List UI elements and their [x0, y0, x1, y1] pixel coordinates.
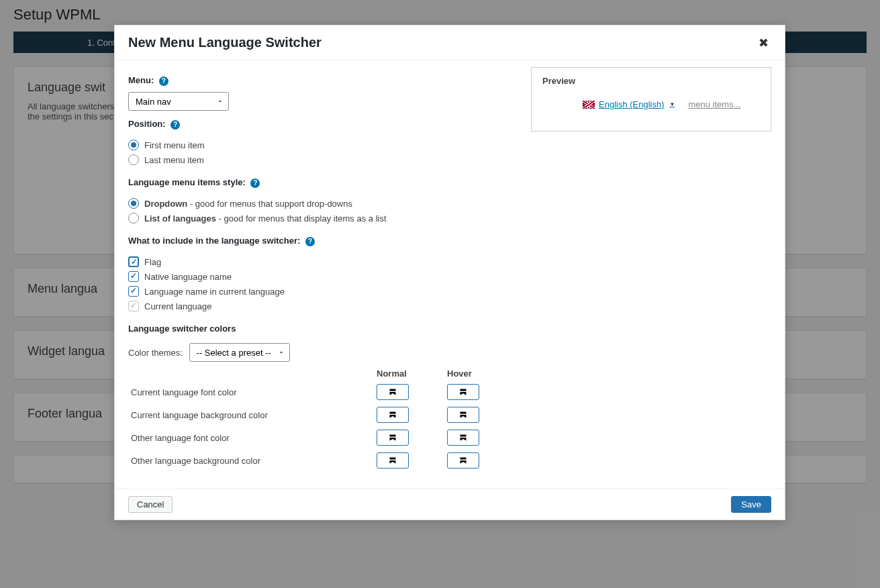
color-table-header: Normal Hover	[128, 369, 518, 379]
color-table: Normal Hover Current language font color…	[128, 369, 518, 469]
check-label: Native language name	[144, 272, 232, 282]
radio-last-menu-item[interactable]	[128, 154, 139, 165]
check-row-flag[interactable]: Flag	[128, 256, 518, 267]
check-label: Flag	[144, 257, 161, 267]
color-row: Other language background color	[128, 452, 518, 469]
check-row-current-lang-name[interactable]: Language name in current language	[128, 286, 518, 297]
color-swatch-icon	[459, 388, 467, 396]
color-picker-hover[interactable]	[447, 452, 479, 469]
color-row-label: Current language background color	[128, 410, 377, 420]
modal-right-column: Preview English (English) ▼ menu items..…	[531, 67, 771, 475]
color-picker-normal[interactable]	[377, 407, 409, 423]
label-position: Position:	[128, 119, 166, 129]
color-theme-select[interactable]: -- Select a preset --	[189, 343, 290, 362]
preview-content: English (English) ▼ menu items...	[542, 99, 760, 123]
save-button[interactable]: Save	[731, 496, 771, 513]
radio-row-last-item[interactable]: Last menu item	[128, 154, 518, 165]
color-picker-normal[interactable]	[377, 430, 409, 446]
header-hover: Hover	[447, 369, 518, 379]
color-swatch-icon	[459, 434, 467, 442]
header-normal: Normal	[377, 369, 447, 379]
label-menu: Menu:	[128, 75, 154, 85]
radio-label: Last menu item	[144, 155, 204, 165]
color-picker-normal[interactable]	[377, 452, 409, 469]
chevron-down-icon: ▼	[670, 101, 675, 107]
preview-language-text: English (English)	[599, 99, 665, 109]
radio-list[interactable]	[128, 213, 139, 224]
check-row-native-name[interactable]: Native language name	[128, 271, 518, 282]
help-icon[interactable]: ?	[250, 179, 260, 188]
check-row-current-language: Current language	[128, 301, 518, 311]
color-row: Other language font color	[128, 430, 518, 446]
label-colors: Language switcher colors	[128, 324, 236, 334]
color-picker-normal[interactable]	[377, 384, 409, 400]
radio-first-menu-item[interactable]	[128, 140, 139, 150]
radio-row-first-item[interactable]: First menu item	[128, 140, 518, 150]
color-swatch-icon	[389, 456, 397, 464]
color-row-label: Current language font color	[128, 387, 377, 397]
label-include: What to include in the language switcher…	[128, 236, 300, 246]
preview-box: Preview English (English) ▼ menu items..…	[531, 67, 771, 132]
help-icon[interactable]: ?	[305, 237, 315, 246]
color-row-label: Other language background color	[128, 456, 377, 466]
color-picker-hover[interactable]	[447, 384, 479, 400]
modal-title: New Menu Language Switcher	[128, 35, 322, 50]
label-color-themes: Color themes:	[128, 348, 183, 358]
check-label: Language name in current language	[144, 287, 285, 297]
checkbox-flag[interactable]	[128, 256, 139, 267]
flag-uk-icon	[583, 101, 595, 109]
label-style: Language menu items style:	[128, 177, 246, 187]
checkbox-native-name[interactable]	[128, 271, 139, 282]
color-row-label: Other language font color	[128, 433, 377, 443]
help-icon[interactable]: ?	[170, 120, 180, 130]
modal-language-switcher: New Menu Language Switcher ✖ Menu: ? Mai…	[114, 25, 785, 520]
modal-body: Menu: ? Main nav Position: ? First menu …	[115, 60, 785, 489]
color-row: Current language background color	[128, 407, 518, 423]
radio-row-dropdown[interactable]: Dropdown - good for menus that support d…	[128, 198, 518, 209]
preview-title: Preview	[542, 76, 760, 86]
preview-menu-items: menu items...	[688, 99, 740, 109]
modal-footer: Cancel Save	[115, 489, 785, 520]
help-icon[interactable]: ?	[159, 77, 168, 86]
color-swatch-icon	[459, 456, 467, 464]
color-row: Current language font color	[128, 384, 518, 400]
cancel-button[interactable]: Cancel	[128, 496, 173, 513]
radio-label: Dropdown - good for menus that support d…	[144, 199, 352, 209]
modal-header: New Menu Language Switcher ✖	[115, 26, 785, 60]
close-icon[interactable]: ✖	[756, 36, 771, 50]
color-swatch-icon	[389, 411, 397, 419]
color-picker-hover[interactable]	[447, 407, 479, 423]
preview-language-link[interactable]: English (English) ▼	[583, 99, 675, 109]
checkbox-current-lang-name[interactable]	[128, 286, 139, 297]
radio-label: First menu item	[144, 140, 205, 150]
radio-label: List of languages - good for menus that …	[144, 213, 387, 224]
color-picker-hover[interactable]	[447, 430, 479, 446]
checkbox-current-language	[128, 301, 139, 311]
color-swatch-icon	[389, 434, 397, 442]
radio-row-list[interactable]: List of languages - good for menus that …	[128, 213, 518, 224]
radio-dropdown[interactable]	[128, 198, 139, 209]
color-swatch-icon	[389, 388, 397, 396]
modal-left-column: Menu: ? Main nav Position: ? First menu …	[128, 67, 518, 475]
color-swatch-icon	[459, 411, 467, 419]
check-label: Current language	[144, 301, 211, 311]
menu-select[interactable]: Main nav	[128, 92, 229, 111]
